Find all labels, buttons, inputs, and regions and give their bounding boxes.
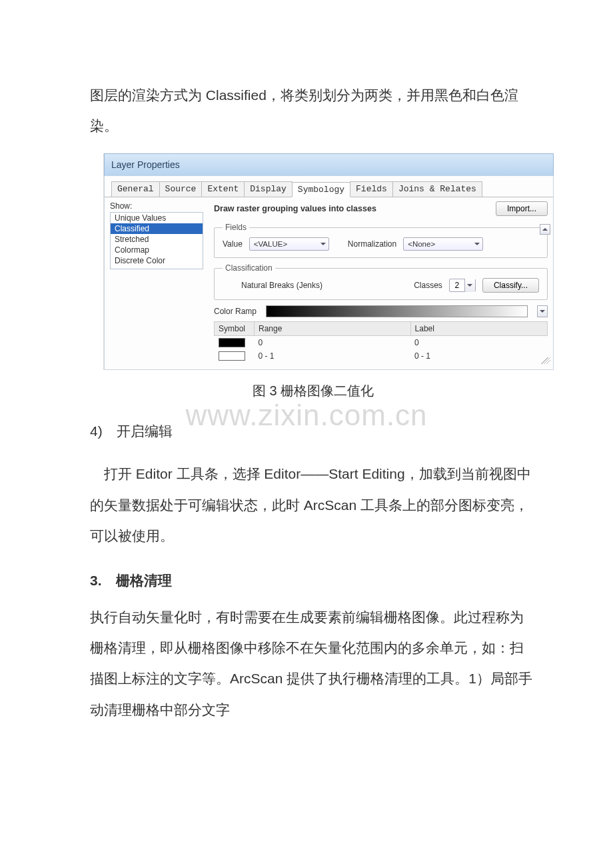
fields-fieldset: Fields Value <VALUE> Normalization <None… [214, 223, 548, 258]
show-label: Show: [110, 201, 203, 211]
chevron-down-icon[interactable] [464, 279, 475, 292]
show-item-discrete-color[interactable]: Discrete Color [111, 255, 203, 266]
cell-range: 0 [255, 336, 411, 350]
classes-label: Classes [414, 281, 442, 290]
class-table: Symbol Range Label 0 0 [214, 321, 548, 363]
section-3-paragraph: 执行自动矢量化时，有时需要在生成要素前编辑栅格图像。此过程称为栅格清理，即从栅格… [90, 602, 536, 725]
figure-caption: 图 3 栅格图像二值化 [90, 382, 536, 400]
intro-paragraph: 图层的渲染方式为 Classified，将类别划分为两类，并用黑色和白色渲染。 [90, 80, 536, 141]
tab-general[interactable]: General [111, 181, 160, 197]
tab-extent[interactable]: Extent [201, 181, 245, 197]
value-dropdown[interactable]: <VALUE> [249, 237, 329, 251]
show-item-classified[interactable]: Classified [111, 223, 203, 234]
table-row[interactable]: 0 0 [215, 336, 548, 350]
fields-legend: Fields [223, 223, 249, 232]
color-ramp-label: Color Ramp [214, 307, 257, 316]
symbol-swatch-black[interactable] [219, 338, 245, 347]
value-dropdown-text: <VALUE> [254, 240, 287, 248]
step4-heading: 4) 开启编辑 [90, 417, 536, 445]
step4-paragraph: 打开 Editor 工具条，选择 Editor——Start Editing，加… [90, 459, 536, 551]
tab-symbology[interactable]: Symbology [292, 182, 350, 197]
chevron-down-icon [474, 243, 480, 245]
table-row[interactable]: 0 - 1 0 - 1 [215, 349, 548, 363]
normalization-dropdown-text: <None> [408, 240, 435, 248]
normalization-label: Normalization [348, 239, 396, 249]
classification-legend: Classification [223, 263, 275, 273]
col-header-symbol[interactable]: Symbol [215, 322, 255, 336]
tab-display[interactable]: Display [244, 181, 293, 197]
symbol-swatch-white[interactable] [219, 351, 245, 361]
classes-input[interactable] [450, 281, 464, 290]
normalization-dropdown[interactable]: <None> [403, 237, 483, 251]
color-ramp-preview[interactable] [266, 305, 528, 317]
color-ramp-dropdown[interactable] [537, 305, 548, 317]
show-item-stretched[interactable]: Stretched [111, 234, 203, 245]
cell-label: 0 - 1 [410, 349, 547, 363]
layer-properties-dialog: Layer Properties General Source Extent D… [103, 153, 554, 370]
chevron-down-icon [320, 243, 326, 245]
tab-joins-relates[interactable]: Joins & Relates [392, 181, 482, 197]
dialog-tabs: General Source Extent Display Symbology … [105, 181, 553, 197]
import-button[interactable]: Import... [496, 201, 548, 216]
show-listbox[interactable]: Unique Values Classified Stretched Color… [110, 212, 203, 269]
tab-source[interactable]: Source [159, 181, 203, 197]
dialog-title: Layer Properties [104, 153, 554, 176]
resize-grip-icon[interactable] [541, 357, 550, 364]
col-header-label[interactable]: Label [410, 322, 547, 336]
tab-fields[interactable]: Fields [350, 181, 393, 197]
section-3-heading: 3. 栅格清理 [90, 571, 536, 590]
classification-fieldset: Classification Natural Breaks (Jenks) Cl… [214, 263, 548, 300]
classify-button[interactable]: Classify... [482, 278, 539, 293]
show-item-unique-values[interactable]: Unique Values [111, 213, 203, 223]
col-header-range[interactable]: Range [255, 322, 411, 336]
panel-subtitle: Draw raster grouping values into classes [214, 204, 376, 213]
value-label: Value [223, 239, 243, 249]
classification-method: Natural Breaks (Jenks) [241, 281, 322, 290]
cell-range: 0 - 1 [255, 349, 411, 363]
scroll-up-button[interactable] [540, 224, 550, 235]
classes-spinner[interactable] [449, 279, 476, 292]
show-item-colormap[interactable]: Colormap [111, 245, 203, 255]
cell-label: 0 [410, 336, 547, 350]
